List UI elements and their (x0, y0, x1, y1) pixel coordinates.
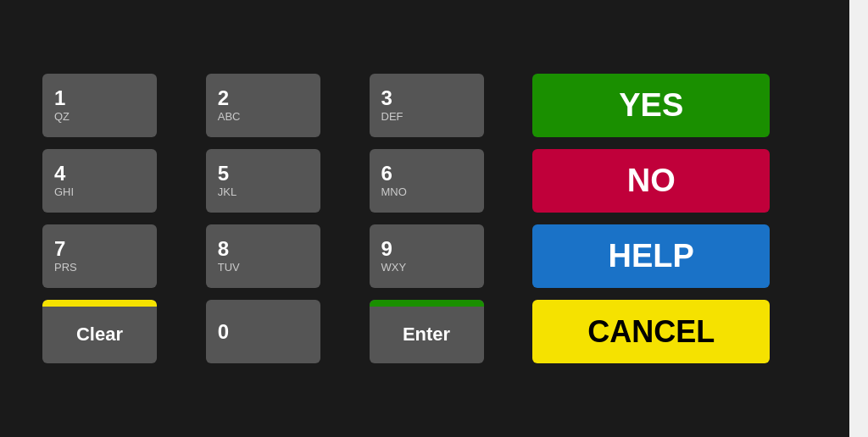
key-8[interactable]: 8 TUV (206, 224, 320, 288)
keypad-container: 1 QZ 2 ABC 3 DEF YES 4 GHI 5 JKL 6 MNO N… (0, 40, 849, 397)
key-2[interactable]: 2 ABC (206, 74, 320, 137)
key-clear[interactable]: Clear (42, 300, 157, 363)
key-help[interactable]: HELP (532, 224, 770, 288)
key-4[interactable]: 4 GHI (42, 149, 157, 213)
key-cancel[interactable]: CANCEL (532, 300, 770, 363)
key-0[interactable]: 0 (206, 300, 320, 363)
scrollbar[interactable] (849, 0, 868, 437)
key-7[interactable]: 7 PRS (42, 224, 157, 288)
key-1[interactable]: 1 QZ (42, 74, 157, 137)
key-yes[interactable]: YES (532, 74, 770, 137)
key-enter[interactable]: Enter (370, 300, 484, 363)
key-no[interactable]: NO (532, 149, 770, 213)
key-6[interactable]: 6 MNO (370, 149, 484, 213)
key-9[interactable]: 9 WXY (370, 224, 484, 288)
key-3[interactable]: 3 DEF (370, 74, 484, 137)
key-5[interactable]: 5 JKL (206, 149, 320, 213)
